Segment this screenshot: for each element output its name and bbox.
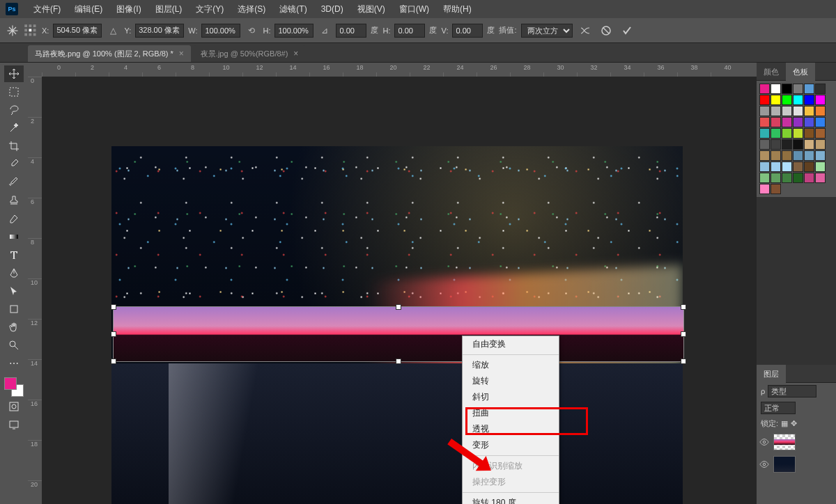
brush-tool[interactable] bbox=[4, 174, 24, 191]
close-icon[interactable]: × bbox=[293, 49, 298, 58]
context-menu-item[interactable]: 斜切 bbox=[463, 389, 559, 405]
y-input[interactable] bbox=[135, 24, 184, 38]
menu-window[interactable]: 窗口(W) bbox=[392, 0, 436, 18]
tab-layers[interactable]: 图层 bbox=[757, 365, 786, 383]
stamp-tool[interactable] bbox=[4, 192, 24, 209]
doc-tab-inactive[interactable]: 夜景.jpg @ 50%(RGB/8#) × bbox=[194, 45, 306, 62]
swatch[interactable] bbox=[782, 106, 792, 116]
swatch[interactable] bbox=[804, 173, 814, 183]
zoom-tool[interactable] bbox=[4, 337, 24, 354]
swatch[interactable] bbox=[793, 117, 803, 127]
context-menu-item[interactable]: 自由变换 bbox=[463, 336, 559, 352]
swatch[interactable] bbox=[815, 173, 826, 183]
transform-selection[interactable] bbox=[113, 306, 684, 362]
wand-tool[interactable] bbox=[4, 120, 24, 136]
visibility-icon[interactable] bbox=[759, 437, 769, 447]
foreground-color[interactable] bbox=[4, 377, 17, 390]
eyedropper-tool[interactable] bbox=[4, 156, 24, 173]
v-skew-input[interactable] bbox=[452, 24, 483, 38]
swatch[interactable] bbox=[771, 117, 781, 127]
close-icon[interactable]: × bbox=[179, 49, 184, 58]
swatch[interactable] bbox=[815, 84, 826, 94]
transform-handle[interactable] bbox=[111, 304, 116, 310]
shape-tool[interactable] bbox=[4, 301, 24, 317]
swatch[interactable] bbox=[793, 106, 803, 116]
layer-thumbnail[interactable] bbox=[773, 434, 796, 450]
menu-type[interactable]: 文字(Y) bbox=[189, 0, 231, 18]
context-menu-item[interactable]: 旋转 180 度 bbox=[463, 495, 559, 504]
interpolation-select[interactable]: 两次立方 bbox=[521, 24, 573, 38]
swatch[interactable] bbox=[815, 150, 826, 161]
swatch[interactable] bbox=[793, 173, 803, 183]
swatch[interactable] bbox=[815, 106, 826, 116]
crop-tool[interactable] bbox=[4, 138, 24, 155]
lock-position-icon[interactable]: ✥ bbox=[791, 419, 797, 428]
context-menu-item[interactable]: 变形 bbox=[463, 437, 559, 453]
marquee-tool[interactable] bbox=[4, 84, 24, 100]
swatch[interactable] bbox=[804, 128, 814, 139]
swatch[interactable] bbox=[771, 173, 781, 183]
swatch[interactable] bbox=[793, 150, 803, 161]
swatch[interactable] bbox=[771, 106, 781, 116]
menu-file[interactable]: 文件(F) bbox=[26, 0, 68, 18]
cancel-transform-icon[interactable] bbox=[598, 22, 614, 39]
swatch[interactable] bbox=[759, 84, 770, 94]
swatch[interactable] bbox=[782, 95, 792, 105]
swatch[interactable] bbox=[793, 139, 803, 150]
transform-handle[interactable] bbox=[111, 359, 116, 364]
swatch[interactable] bbox=[759, 128, 770, 139]
path-select-tool[interactable] bbox=[4, 283, 24, 299]
swatch[interactable] bbox=[759, 106, 770, 116]
transform-handle[interactable] bbox=[396, 359, 401, 364]
swatch[interactable] bbox=[771, 184, 781, 194]
context-menu-item[interactable]: 旋转 bbox=[463, 373, 559, 389]
layer-row[interactable] bbox=[757, 431, 836, 453]
blend-mode-select[interactable] bbox=[761, 402, 796, 414]
swatch[interactable] bbox=[782, 150, 792, 161]
menu-view[interactable]: 视图(V) bbox=[350, 0, 392, 18]
swatch[interactable] bbox=[771, 84, 781, 94]
gradient-tool[interactable] bbox=[4, 228, 24, 245]
swatch[interactable] bbox=[804, 84, 814, 94]
swatch[interactable] bbox=[771, 139, 781, 150]
menu-layer[interactable]: 图层(L) bbox=[148, 0, 189, 18]
swatch[interactable] bbox=[782, 139, 792, 150]
transform-handle[interactable] bbox=[681, 331, 686, 337]
color-swatches[interactable] bbox=[4, 377, 24, 397]
swatch[interactable] bbox=[782, 84, 792, 94]
angle-input[interactable] bbox=[336, 24, 366, 38]
swatch[interactable] bbox=[793, 95, 803, 105]
swatch[interactable] bbox=[759, 150, 770, 161]
swatch[interactable] bbox=[793, 128, 803, 139]
w-input[interactable] bbox=[201, 24, 240, 38]
context-menu-item[interactable]: 透视 bbox=[463, 421, 559, 437]
swatch[interactable] bbox=[815, 162, 826, 172]
more-tools-icon[interactable]: ⋯ bbox=[4, 355, 24, 372]
swatch[interactable] bbox=[793, 84, 803, 94]
swatch[interactable] bbox=[782, 173, 792, 183]
type-tool[interactable] bbox=[4, 246, 24, 263]
swatch[interactable] bbox=[804, 162, 814, 172]
swatch[interactable] bbox=[815, 128, 826, 139]
swatch[interactable] bbox=[782, 128, 792, 139]
layer-row[interactable] bbox=[757, 453, 836, 475]
link-xy-icon[interactable]: △ bbox=[106, 24, 120, 38]
swatch[interactable] bbox=[804, 95, 814, 105]
transform-handle[interactable] bbox=[681, 304, 686, 310]
layer-kind-select[interactable] bbox=[768, 385, 816, 397]
x-input[interactable] bbox=[53, 24, 102, 38]
swatch[interactable] bbox=[793, 162, 803, 172]
swatch[interactable] bbox=[759, 173, 770, 183]
swatch[interactable] bbox=[804, 117, 814, 127]
menu-image[interactable]: 图像(I) bbox=[109, 0, 148, 18]
swatch[interactable] bbox=[815, 139, 826, 150]
menu-3d[interactable]: 3D(D) bbox=[314, 0, 350, 18]
pen-tool[interactable] bbox=[4, 265, 24, 281]
menu-help[interactable]: 帮助(H) bbox=[436, 0, 479, 18]
transform-handle[interactable] bbox=[396, 304, 401, 310]
swatch[interactable] bbox=[782, 117, 792, 127]
swatch[interactable] bbox=[759, 117, 770, 127]
swatch[interactable] bbox=[759, 139, 770, 150]
swatch[interactable] bbox=[815, 95, 826, 105]
swatch[interactable] bbox=[804, 150, 814, 161]
